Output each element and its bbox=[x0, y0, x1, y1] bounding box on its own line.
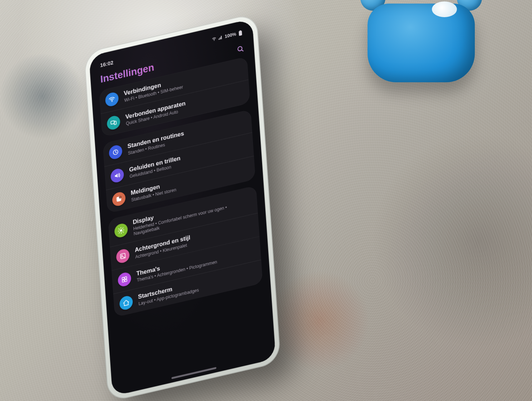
settings-item-text: MeldingenStatusbalk • Niet storen bbox=[130, 180, 176, 202]
wifi-icon bbox=[211, 36, 216, 42]
svg-line-19 bbox=[123, 228, 123, 229]
devices-icon bbox=[107, 114, 120, 131]
svg-line-4 bbox=[242, 49, 243, 51]
svg-line-17 bbox=[123, 231, 123, 232]
wifi-icon bbox=[105, 91, 119, 108]
search-icon[interactable] bbox=[236, 44, 245, 54]
statusbar-time: 16:02 bbox=[100, 59, 113, 68]
svg-rect-23 bbox=[125, 277, 127, 279]
svg-point-21 bbox=[121, 255, 122, 256]
svg-point-0 bbox=[214, 40, 215, 41]
statusbar-battery-text: 100% bbox=[225, 31, 236, 39]
display-icon bbox=[114, 222, 128, 239]
svg-line-15 bbox=[123, 230, 124, 230]
home-icon bbox=[119, 295, 133, 311]
svg-rect-1 bbox=[239, 30, 242, 36]
svg-rect-25 bbox=[125, 279, 127, 282]
phone-screen: 16:02 100% bbox=[89, 19, 276, 396]
statusbar-icons bbox=[211, 35, 223, 42]
svg-rect-22 bbox=[122, 277, 124, 280]
phone: 16:02 100% bbox=[84, 13, 281, 401]
svg-rect-7 bbox=[114, 121, 116, 124]
signal-icon bbox=[218, 35, 223, 41]
notif-icon bbox=[112, 191, 126, 207]
themes-icon bbox=[118, 271, 132, 288]
svg-point-5 bbox=[112, 101, 113, 102]
sound-icon bbox=[110, 167, 124, 184]
routine-icon bbox=[109, 144, 123, 161]
svg-point-3 bbox=[238, 46, 242, 51]
svg-rect-24 bbox=[122, 280, 124, 282]
svg-line-16 bbox=[119, 229, 119, 229]
svg-rect-20 bbox=[120, 253, 125, 259]
svg-line-18 bbox=[119, 233, 120, 233]
svg-point-11 bbox=[120, 229, 122, 232]
wall-icon bbox=[116, 248, 130, 264]
battery-icon bbox=[238, 30, 243, 36]
svg-line-14 bbox=[118, 231, 119, 231]
